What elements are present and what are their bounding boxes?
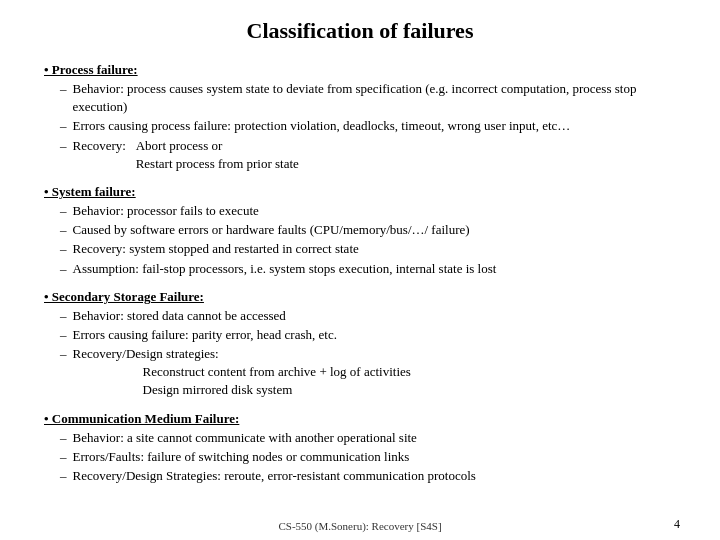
recovery-block: Recovery: Abort process or Restart proce…	[73, 137, 299, 173]
dash-icon: –	[60, 326, 67, 344]
list-item: – Errors causing process failure: protec…	[60, 117, 680, 135]
recovery-design-label: Recovery/Design strategies:	[73, 345, 411, 363]
section-secondary-storage-failure-title: • Secondary Storage Failure:	[44, 289, 680, 305]
item-text: Errors causing failure: parity error, he…	[73, 326, 337, 344]
secondary-storage-failure-list: – Behavior: stored data cannot be access…	[60, 307, 680, 401]
recovery-design-line2: Design mirrored disk system	[143, 381, 411, 399]
communication-medium-failure-list: – Behavior: a site cannot communicate wi…	[60, 429, 680, 487]
recovery-design-sub: Reconstruct content from archive + log o…	[143, 363, 411, 399]
recovery-line2: Restart process from prior state	[136, 155, 299, 173]
dash-icon: –	[60, 240, 67, 258]
dash-icon: –	[60, 307, 67, 325]
dash-icon: –	[60, 448, 67, 466]
list-item: – Behavior: processor fails to execute	[60, 202, 680, 220]
recovery-label: Recovery:	[73, 137, 126, 155]
item-text: Errors causing process failure: protecti…	[73, 117, 571, 135]
item-text: Behavior: stored data cannot be accessed	[73, 307, 286, 325]
system-failure-list: – Behavior: processor fails to execute –…	[60, 202, 680, 279]
recovery-line1: Abort process or	[136, 137, 299, 155]
list-item-recovery-design: – Recovery/Design strategies: Reconstruc…	[60, 345, 680, 400]
list-item: – Behavior: process causes system state …	[60, 80, 680, 116]
item-text: Recovery: system stopped and restarted i…	[73, 240, 359, 258]
section-process-failure: • Process failure: – Behavior: process c…	[44, 54, 680, 174]
dash-icon: –	[60, 345, 67, 363]
dash-icon: –	[60, 429, 67, 447]
dash-icon: –	[60, 117, 67, 135]
recovery-design-block: Recovery/Design strategies: Reconstruct …	[73, 345, 411, 400]
section-system-failure-title: • System failure:	[44, 184, 680, 200]
page-title: Classification of failures	[40, 18, 680, 44]
dash-icon: –	[60, 202, 67, 220]
dash-icon: –	[60, 260, 67, 278]
recovery-label-space	[126, 137, 136, 155]
dash-icon: –	[60, 467, 67, 485]
item-text: Behavior: process causes system state to…	[73, 80, 681, 116]
item-text: Behavior: processor fails to execute	[73, 202, 259, 220]
dash-icon: –	[60, 137, 67, 155]
section-communication-medium-failure: • Communication Medium Failure: – Behavi…	[44, 403, 680, 487]
recovery-design-lines: Recovery/Design strategies: Reconstruct …	[73, 345, 411, 400]
list-item: – Recovery/Design Strategies: reroute, e…	[60, 467, 680, 485]
item-text: Assumption: fail-stop processors, i.e. s…	[73, 260, 497, 278]
recovery-design-line1: Reconstruct content from archive + log o…	[143, 363, 411, 381]
list-item: – Recovery: system stopped and restarted…	[60, 240, 680, 258]
page: Classification of failures • Process fai…	[0, 0, 720, 540]
item-text: Behavior: a site cannot communicate with…	[73, 429, 417, 447]
footer-text: CS-550 (M.Soneru): Recovery [S4S]	[278, 520, 441, 532]
process-failure-list: – Behavior: process causes system state …	[60, 80, 680, 174]
list-item: – Errors causing failure: parity error, …	[60, 326, 680, 344]
recovery-lines: Abort process or Restart process from pr…	[136, 137, 299, 173]
item-text: Caused by software errors or hardware fa…	[73, 221, 470, 239]
footer-page: 4	[674, 517, 680, 532]
section-communication-medium-failure-title: • Communication Medium Failure:	[44, 411, 680, 427]
list-item: – Behavior: stored data cannot be access…	[60, 307, 680, 325]
dash-icon: –	[60, 221, 67, 239]
footer: CS-550 (M.Soneru): Recovery [S4S]	[0, 520, 720, 532]
section-process-failure-title: • Process failure:	[44, 62, 680, 78]
list-item-recovery: – Recovery: Abort process or Restart pro…	[60, 137, 680, 173]
dash-icon: –	[60, 80, 67, 98]
list-item: – Caused by software errors or hardware …	[60, 221, 680, 239]
section-secondary-storage-failure: • Secondary Storage Failure: – Behavior:…	[44, 281, 680, 401]
list-item: – Assumption: fail-stop processors, i.e.…	[60, 260, 680, 278]
item-text: Recovery/Design Strategies: reroute, err…	[73, 467, 476, 485]
list-item: – Errors/Faults: failure of switching no…	[60, 448, 680, 466]
section-system-failure: • System failure: – Behavior: processor …	[44, 176, 680, 279]
list-item: – Behavior: a site cannot communicate wi…	[60, 429, 680, 447]
item-text: Errors/Faults: failure of switching node…	[73, 448, 410, 466]
